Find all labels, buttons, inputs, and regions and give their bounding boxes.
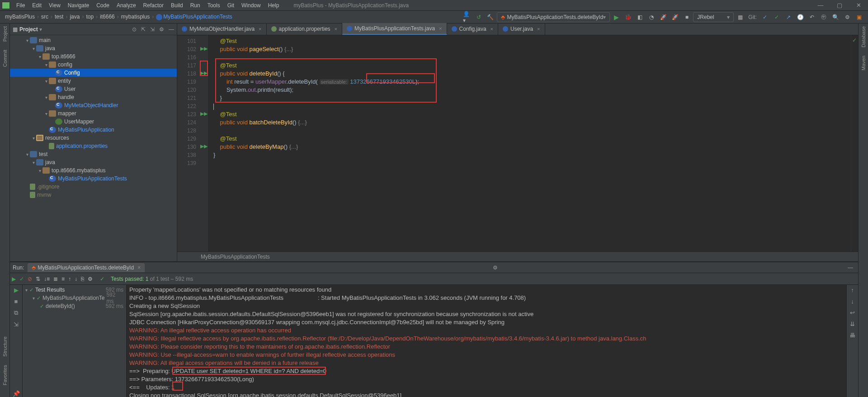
tree-node[interactable]: ▾test bbox=[10, 150, 177, 158]
settings-icon[interactable]: ⚙ bbox=[843, 13, 851, 21]
jrebel-debug-icon[interactable]: 🚀 bbox=[671, 13, 679, 21]
run-tab[interactable]: ⬘ MyBatisPlusApplicationTests.deleteById… bbox=[28, 263, 145, 272]
toggle-tests-icon[interactable]: ✓ bbox=[19, 276, 24, 282]
debug-button[interactable]: 🐞 bbox=[624, 13, 632, 21]
menu-view[interactable]: View bbox=[45, 2, 64, 9]
close-button[interactable]: ✕ bbox=[849, 2, 868, 9]
scroll-top-icon[interactable]: ↑ bbox=[851, 287, 854, 293]
breadcrumb-item[interactable]: java bbox=[68, 14, 81, 20]
translate-icon[interactable]: ㊥ bbox=[820, 13, 828, 21]
minimize-button[interactable]: — bbox=[811, 2, 830, 9]
git-commit-icon[interactable]: ✓ bbox=[773, 13, 781, 21]
tree-node[interactable]: .gitignore bbox=[10, 183, 177, 191]
editor-breadcrumb[interactable]: MyBatisPlusApplicationTests bbox=[177, 251, 858, 261]
profile-button[interactable]: ◔ bbox=[647, 13, 656, 21]
tree-node[interactable]: ▾entity bbox=[10, 77, 177, 85]
code-editor[interactable]: 1011021161171181191201211221231241281291… bbox=[177, 35, 858, 251]
favorites-tool-tab[interactable]: Favorites bbox=[2, 365, 8, 385]
inspection-ok-icon[interactable]: ✓ bbox=[852, 37, 857, 43]
rerun-button[interactable]: ▶ bbox=[12, 276, 16, 282]
coverage-button[interactable]: ◧ bbox=[636, 13, 644, 21]
tree-node[interactable]: ▾top.it6666 bbox=[10, 52, 177, 61]
breadcrumb-item[interactable]: test bbox=[53, 14, 65, 20]
menu-analyze[interactable]: Analyze bbox=[113, 2, 140, 9]
filter-icon[interactable]: ↓≡ bbox=[44, 276, 50, 282]
close-tab-icon[interactable]: × bbox=[537, 26, 540, 32]
editor-tab[interactable]: MyBatisPlusApplicationTests.java× bbox=[342, 23, 447, 35]
pin-side-icon[interactable]: ⇲ bbox=[14, 321, 19, 328]
attach-icon[interactable]: ▦ bbox=[736, 13, 744, 21]
gutter-run-icon[interactable]: ▶▶ bbox=[200, 111, 208, 117]
tree-node[interactable]: mvnw bbox=[10, 191, 177, 199]
structure-tool-tab[interactable]: Structure bbox=[2, 336, 8, 357]
sync-icon[interactable]: ↺ bbox=[475, 13, 483, 21]
tree-node[interactable]: ▾java bbox=[10, 158, 177, 166]
rerun-side-button[interactable]: ▶ bbox=[14, 287, 19, 293]
prev-test-icon[interactable]: ↑ bbox=[68, 276, 71, 282]
panel-settings-icon[interactable]: ⚙ bbox=[159, 26, 164, 33]
breadcrumb-item[interactable]: mybatisplus bbox=[120, 14, 151, 20]
menu-refactor[interactable]: Refactor bbox=[140, 2, 167, 9]
breadcrumb-item[interactable]: top bbox=[85, 14, 95, 20]
menu-code[interactable]: Code bbox=[93, 2, 113, 9]
scroll-bottom-icon[interactable]: ↓ bbox=[851, 298, 854, 305]
gutter-run-icon[interactable]: ▶▶ bbox=[200, 70, 208, 76]
tree-node[interactable]: MyBatisPlusApplication bbox=[10, 126, 177, 134]
collapse-all-icon[interactable]: ⇲ bbox=[150, 26, 155, 33]
search-icon[interactable]: 🔍 bbox=[831, 13, 840, 21]
menu-navigate[interactable]: Navigate bbox=[64, 2, 93, 9]
breadcrumb-item[interactable]: it6666 bbox=[99, 14, 116, 20]
user-icon[interactable]: 👤▾ bbox=[463, 13, 471, 21]
jrebel-run-icon[interactable]: 🚀 bbox=[659, 13, 667, 21]
tree-node[interactable]: MyBatisPlusApplicationTests bbox=[10, 175, 177, 183]
pin-icon[interactable]: 📌 bbox=[13, 390, 20, 397]
jrebel-selector[interactable]: JRebel▾ bbox=[693, 12, 734, 22]
close-tab-icon[interactable]: × bbox=[439, 26, 442, 31]
toggle-failed-icon[interactable]: ⊘ bbox=[28, 276, 32, 282]
breadcrumb-item[interactable]: MyBatisPlusApplicationTests bbox=[155, 14, 234, 20]
git-history-icon[interactable]: 🕘 bbox=[796, 13, 804, 21]
tree-node[interactable]: Config bbox=[10, 69, 177, 77]
editor-tab[interactable]: Config.java× bbox=[447, 23, 498, 35]
ide-icon[interactable]: ▣ bbox=[855, 13, 863, 21]
expand-icon[interactable]: ≣ bbox=[53, 276, 58, 282]
tree-node[interactable]: MyMetaObjectHandler bbox=[10, 101, 177, 109]
run-config-selector[interactable]: ⬘ MyBatisPlusApplicationTests.deleteById… bbox=[497, 12, 610, 22]
git-push-icon[interactable]: ↗ bbox=[784, 13, 793, 21]
menu-window[interactable]: Window bbox=[238, 2, 264, 9]
git-rollback-icon[interactable]: ↶ bbox=[808, 13, 816, 21]
tree-node[interactable]: ▾resources bbox=[10, 134, 177, 142]
close-tab-icon[interactable]: × bbox=[259, 26, 261, 32]
menu-tools[interactable]: Tools bbox=[204, 2, 224, 9]
tree-node[interactable]: ▾java bbox=[10, 44, 177, 52]
maven-tool-tab[interactable]: Maven bbox=[861, 56, 866, 71]
commit-tool-tab[interactable]: Commit bbox=[2, 50, 8, 67]
run-gutter[interactable]: ▶▶▶▶▶▶▶▶ bbox=[199, 35, 209, 251]
menu-help[interactable]: Help bbox=[264, 2, 283, 9]
expand-all-icon[interactable]: ⇱ bbox=[141, 26, 146, 33]
run-settings-icon[interactable]: ⚙ bbox=[491, 265, 500, 271]
export-icon[interactable]: ⎘ bbox=[81, 276, 84, 282]
breadcrumb-item[interactable]: src bbox=[40, 14, 50, 20]
run-hide-icon[interactable]: — bbox=[845, 265, 855, 271]
menu-git[interactable]: Git bbox=[224, 2, 238, 9]
menu-edit[interactable]: Edit bbox=[28, 2, 45, 9]
menu-run[interactable]: Run bbox=[187, 2, 204, 9]
hammer-icon[interactable]: 🔨 bbox=[486, 13, 495, 21]
menu-file[interactable]: File bbox=[13, 2, 28, 9]
gutter-run-icon[interactable]: ▶▶ bbox=[200, 143, 208, 149]
console-output[interactable]: Property 'mapperLocations' was not speci… bbox=[127, 285, 846, 397]
tree-node[interactable]: application.properties bbox=[10, 142, 177, 150]
stop-side-button[interactable]: ■ bbox=[14, 298, 18, 305]
select-opened-file-icon[interactable]: ⊙ bbox=[132, 26, 137, 33]
test-tree[interactable]: ▾✓Test Results592 ms▾✓MyBatisPlusApplica… bbox=[23, 285, 127, 397]
layout-side-icon[interactable]: ⧉ bbox=[14, 309, 18, 317]
print-icon[interactable]: 🖶 bbox=[849, 332, 855, 339]
collapse-icon[interactable]: ≡ bbox=[61, 276, 65, 282]
more-icon[interactable]: ⚙ bbox=[88, 276, 93, 282]
sort-icon[interactable]: ⇅ bbox=[36, 276, 40, 282]
test-tree-node[interactable]: ✓deleteById()592 ms bbox=[23, 302, 126, 310]
stop-button[interactable]: ■ bbox=[683, 13, 691, 21]
tree-node[interactable]: ▾mapper bbox=[10, 109, 177, 118]
gutter-run-icon[interactable]: ▶▶ bbox=[200, 46, 208, 52]
